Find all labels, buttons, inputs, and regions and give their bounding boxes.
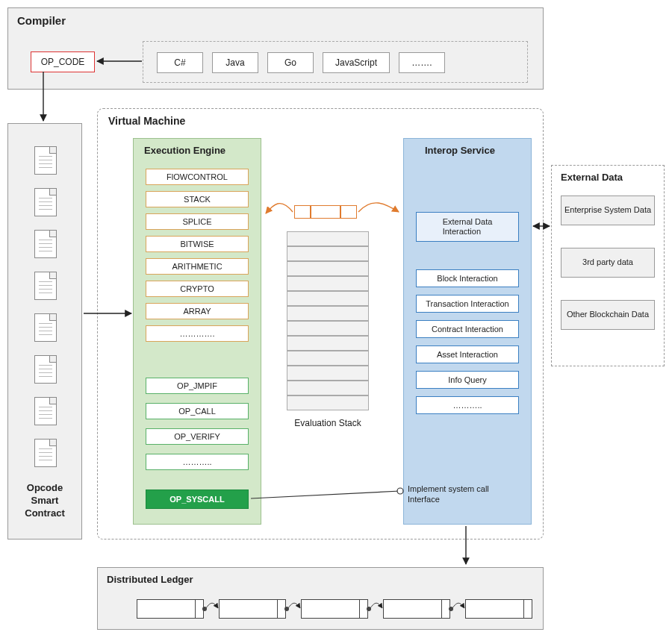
doc-icon — [34, 313, 57, 342]
lang-go: Go — [267, 52, 314, 73]
opcode-label: OP_CODE — [41, 57, 85, 67]
ee-op-jmpif: OP_JMPIF — [146, 378, 249, 394]
stack-cell — [287, 366, 369, 381]
doc-icon — [34, 397, 57, 425]
opcode-contract-panel: Opcode Smart Contract — [7, 123, 82, 540]
compiler-title: Compiler — [17, 14, 66, 27]
doc-icon — [34, 272, 57, 300]
languages-row: C# Java Go JavaScript ……. — [157, 52, 445, 73]
doc-icon — [34, 230, 57, 258]
vm-title: Virtual Machine — [108, 115, 185, 127]
ee-op-syscall: OP_SYSCALL — [146, 490, 249, 509]
ledger-title: Distributed Ledger — [107, 574, 193, 585]
ledger-panel: Distributed Ledger — [97, 567, 544, 630]
stack-top-cell — [340, 205, 357, 219]
external-data-title: External Data — [561, 172, 623, 183]
interop-service: Interop Service External Data Interactio… — [403, 138, 532, 525]
stack-cell — [287, 231, 369, 246]
lang-csharp: C# — [157, 52, 203, 73]
ee-cat-stack: STACK — [146, 191, 249, 207]
ledger-block — [383, 599, 450, 619]
ee-cat-splice: SPLICE — [146, 213, 249, 230]
ee-op-etc: ……….. — [146, 454, 249, 470]
lang-java: Java — [212, 52, 258, 73]
is-transaction: Transaction Interaction — [416, 295, 519, 313]
stack-top-cell — [311, 205, 340, 219]
doc-icon — [34, 146, 57, 175]
doc-icon — [34, 188, 57, 216]
stack-cell — [287, 395, 369, 410]
doc-icon — [34, 355, 57, 384]
ledger-block — [301, 599, 368, 619]
ledger-block — [137, 599, 204, 619]
stack-cell — [287, 336, 369, 351]
ext-blockchain: Other Blockchain Data — [561, 300, 655, 330]
is-contract: Contract Interaction — [416, 320, 519, 338]
execution-engine: Execution Engine FlOWCONTROL STACK SPLIC… — [133, 138, 261, 525]
ee-cat-etc: …………. — [146, 325, 249, 342]
ee-cat-crypto: CRYPTO — [146, 281, 249, 297]
ee-title: Execution Engine — [144, 145, 225, 156]
ee-op-verify: OP_VERIFY — [146, 428, 249, 445]
compiler-panel: Compiler OP_CODE C# Java Go JavaScript …… — [7, 7, 544, 90]
lang-js: JavaScript — [323, 52, 390, 73]
external-data-panel: External Data Enterprise System Data 3rd… — [551, 165, 665, 366]
ee-cat-array: ARRAY — [146, 303, 249, 319]
is-etc: ……….. — [416, 396, 519, 414]
ee-op-call: OP_CALL — [146, 403, 249, 419]
is-external-data: External Data Interaction — [416, 212, 519, 242]
interop-title: Interop Service — [425, 145, 495, 156]
languages-group: C# Java Go JavaScript ……. — [143, 41, 528, 83]
ext-enterprise: Enterprise System Data — [561, 196, 655, 225]
opcode-box: OP_CODE — [31, 51, 95, 72]
lang-etc: ……. — [399, 52, 445, 73]
opcode-contract-label: Opcode Smart Contract — [8, 482, 81, 520]
stack-cell — [287, 291, 369, 306]
is-info: Info Query — [416, 371, 519, 389]
stack-cell — [287, 351, 369, 366]
stack-top-cell — [294, 205, 311, 219]
doc-icon — [34, 439, 57, 467]
syscall-note: Implement system call Interface — [408, 484, 535, 505]
stack-cell — [287, 306, 369, 321]
ee-cat-arithmetic: ARITHMETIC — [146, 258, 249, 275]
evaluation-stack-label: Evaluation Stack — [282, 418, 373, 428]
is-block: Block Interaction — [416, 269, 519, 287]
ee-cat-flowcontrol: FlOWCONTROL — [146, 169, 249, 185]
ext-3rdparty: 3rd party data — [561, 248, 655, 278]
stack-cell — [287, 276, 369, 291]
stack-cell — [287, 321, 369, 336]
is-asset: Asset Interaction — [416, 345, 519, 363]
stack-cell — [287, 261, 369, 276]
ee-cat-bitwise: BITWISE — [146, 236, 249, 252]
stack-cell — [287, 246, 369, 261]
ledger-block — [219, 599, 286, 619]
stack-cell — [287, 381, 369, 395]
ledger-block — [465, 599, 532, 619]
